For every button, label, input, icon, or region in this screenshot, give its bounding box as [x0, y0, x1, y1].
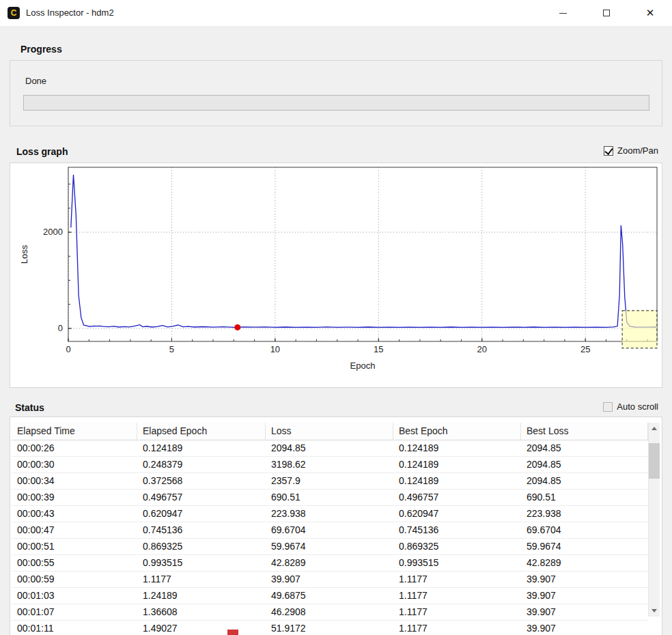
screen-edge-artifact	[227, 630, 238, 635]
table-cell: 39.907	[521, 588, 648, 604]
column-header[interactable]: Best Epoch	[393, 423, 521, 440]
table-row[interactable]: 00:00:260.1241892094.850.1241892094.85	[12, 440, 648, 457]
table-row[interactable]: 00:01:071.3660846.29081.117739.907	[12, 604, 648, 621]
table-cell: 00:00:51	[12, 539, 137, 554]
table-scrollbar[interactable]	[648, 423, 660, 617]
table-cell: 1.1177	[137, 572, 266, 587]
zoom-pan-label: Zoom/Pan	[617, 145, 658, 156]
table-cell: 0.620947	[137, 506, 266, 522]
table-row[interactable]: 00:00:550.99351542.82890.99351542.8289	[12, 555, 648, 572]
column-header[interactable]: Loss	[266, 423, 393, 440]
scroll-down-icon	[652, 609, 657, 612]
svg-text:2000: 2000	[43, 227, 63, 237]
table-cell: 42.8289	[266, 555, 393, 571]
table-cell: 42.8289	[521, 555, 648, 571]
table-cell: 0.869325	[137, 539, 266, 554]
loss-chart[interactable]: 051015202502000EpochLoss	[10, 163, 662, 387]
table-cell: 223.938	[266, 506, 393, 522]
table-row[interactable]: 00:00:470.74513669.67040.74513669.6704	[12, 522, 648, 539]
table-cell: 0.869325	[393, 539, 521, 554]
table-cell: 00:01:11	[12, 621, 137, 635]
svg-text:0: 0	[58, 323, 63, 333]
auto-scroll-checkbox[interactable]: Auto scroll	[603, 401, 658, 412]
status-section-label: Status	[15, 402, 44, 413]
close-button[interactable]: ✕	[628, 0, 672, 26]
scroll-up-icon	[652, 427, 657, 430]
minimize-icon	[559, 13, 567, 14]
table-cell: 00:00:47	[12, 522, 137, 538]
table-cell: 0.124189	[137, 440, 266, 456]
column-header[interactable]: Elapsed Time	[12, 423, 137, 440]
window-controls: ✕	[541, 0, 672, 26]
table-cell: 59.9674	[266, 539, 393, 554]
table-cell: 690.51	[521, 490, 648, 505]
table-cell: 1.36608	[137, 604, 266, 620]
scroll-down-button[interactable]	[649, 605, 660, 617]
table-cell: 00:01:03	[12, 588, 137, 604]
table-cell: 49.6875	[266, 588, 393, 604]
table-cell: 0.124189	[393, 457, 521, 472]
column-header[interactable]: Elapsed Epoch	[137, 423, 266, 440]
table-cell: 39.907	[521, 572, 648, 587]
zoom-pan-checkbox[interactable]: Zoom/Pan	[604, 145, 658, 156]
table-cell: 00:00:34	[12, 473, 137, 489]
app-icon-letter: C	[11, 8, 17, 18]
maximize-icon	[603, 10, 610, 16]
minimize-button[interactable]	[541, 0, 585, 26]
checkbox-checked-icon	[604, 146, 613, 156]
table-row[interactable]: 00:00:510.86932559.96740.86932559.9674	[12, 539, 648, 555]
table-cell: 223.938	[521, 506, 648, 522]
table-cell: 00:01:07	[12, 604, 137, 620]
titlebar[interactable]: C Loss Inspector - hdm2 ✕	[0, 0, 672, 26]
table-cell: 69.6704	[521, 522, 648, 538]
svg-text:15: 15	[374, 344, 383, 354]
progress-section-label: Progress	[20, 44, 62, 55]
scroll-up-button[interactable]	[649, 423, 660, 434]
progress-groupbox: Done	[10, 60, 662, 126]
table-cell: 2094.85	[521, 440, 648, 456]
table-cell: 0.745136	[393, 522, 521, 538]
table-row[interactable]: 00:00:390.496757690.510.496757690.51	[12, 490, 648, 506]
table-row[interactable]: 00:00:430.620947223.9380.620947223.938	[12, 506, 648, 522]
table-cell: 2357.9	[266, 473, 393, 489]
status-table-body: 00:00:260.1241892094.850.1241892094.8500…	[12, 440, 648, 635]
table-cell: 0.993515	[393, 555, 521, 571]
scrollbar-track[interactable]	[649, 434, 660, 605]
status-table-header: Elapsed TimeElapsed EpochLossBest EpochB…	[12, 423, 648, 440]
table-row[interactable]: 00:01:031.2418949.68751.117739.907	[12, 588, 648, 604]
progress-item-label: Done	[25, 76, 46, 86]
table-cell: 00:00:26	[12, 440, 137, 456]
table-cell: 1.1177	[393, 621, 521, 635]
table-cell: 1.24189	[137, 588, 266, 604]
table-cell: 2094.85	[521, 473, 648, 489]
status-groupbox: Elapsed TimeElapsed EpochLossBest EpochB…	[10, 417, 662, 635]
maximize-button[interactable]	[585, 0, 628, 26]
table-cell: 39.907	[521, 604, 648, 620]
table-row[interactable]: 00:00:300.2483793198.620.1241892094.85	[12, 457, 648, 473]
app-window: C Loss Inspector - hdm2 ✕ Progress Done …	[0, 0, 672, 635]
table-cell: 0.372568	[137, 473, 266, 489]
table-cell: 0.496757	[393, 490, 521, 505]
svg-text:20: 20	[477, 344, 487, 354]
table-row[interactable]: 00:01:111.4902751.91721.117739.907	[12, 621, 648, 635]
table-cell: 00:00:55	[12, 555, 137, 571]
table-cell: 3198.62	[266, 457, 393, 472]
close-icon: ✕	[646, 7, 655, 19]
window-title: Loss Inspector - hdm2	[26, 0, 114, 26]
table-cell: 1.1177	[393, 604, 521, 620]
status-table: Elapsed TimeElapsed EpochLossBest EpochB…	[12, 423, 648, 635]
table-row[interactable]: 00:00:591.117739.9071.117739.907	[12, 572, 648, 588]
svg-text:10: 10	[270, 344, 280, 354]
table-cell: 2094.85	[521, 457, 648, 472]
table-cell: 51.9172	[266, 621, 393, 635]
table-row[interactable]: 00:00:340.3725682357.90.1241892094.85	[12, 473, 648, 490]
table-cell: 690.51	[266, 490, 393, 505]
loss-graph-groupbox: 051015202502000EpochLoss	[10, 163, 662, 388]
svg-text:5: 5	[169, 344, 174, 354]
table-cell: 0.124189	[393, 440, 521, 456]
table-cell: 0.248379	[137, 457, 266, 472]
column-header[interactable]: Best Loss	[521, 423, 648, 440]
table-cell: 00:00:59	[12, 572, 137, 587]
table-cell: 69.6704	[266, 522, 393, 538]
scrollbar-thumb[interactable]	[649, 443, 660, 479]
